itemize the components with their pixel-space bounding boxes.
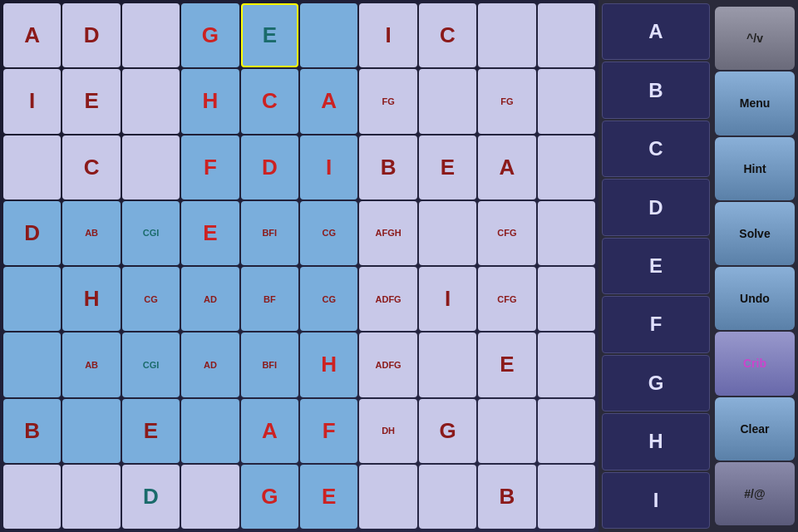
grid-cell[interactable]: BF bbox=[241, 267, 298, 331]
grid-cell[interactable] bbox=[478, 3, 535, 67]
grid-cell[interactable]: C bbox=[241, 69, 298, 133]
grid-cell[interactable]: D bbox=[241, 135, 298, 200]
grid-cell[interactable] bbox=[538, 135, 595, 200]
grid-cell[interactable]: CG bbox=[300, 201, 357, 265]
letter-button-a[interactable]: A bbox=[602, 3, 710, 60]
grid-cell[interactable]: CFG bbox=[478, 267, 535, 331]
crib-button[interactable]: Crib bbox=[715, 332, 795, 395]
grid-cell[interactable]: G bbox=[241, 465, 298, 529]
grid-cell[interactable]: B bbox=[359, 135, 416, 200]
cell-text: A bbox=[262, 418, 278, 444]
menu-button[interactable]: Menu bbox=[715, 71, 795, 135]
grid-cell[interactable]: E bbox=[478, 332, 535, 397]
grid-cell[interactable]: I bbox=[3, 69, 61, 133]
grid-cell[interactable]: H bbox=[181, 69, 239, 133]
grid-cell[interactable]: D bbox=[3, 201, 61, 265]
grid-cell[interactable]: I bbox=[359, 3, 416, 67]
grid-cell[interactable]: G bbox=[181, 3, 239, 67]
grid-cell[interactable] bbox=[538, 465, 595, 529]
grid-cell[interactable]: E bbox=[62, 69, 120, 133]
grid-cell[interactable]: FG bbox=[478, 69, 535, 133]
grid-cell[interactable] bbox=[3, 332, 61, 397]
grid-cell[interactable] bbox=[538, 201, 595, 265]
solve-button[interactable]: Solve bbox=[715, 202, 795, 265]
grid-cell[interactable]: E bbox=[300, 465, 357, 529]
grid-cell[interactable]: AD bbox=[181, 267, 239, 331]
grid-cell[interactable] bbox=[3, 465, 61, 529]
grid-cell[interactable]: AB bbox=[62, 201, 120, 265]
grid-cell[interactable]: C bbox=[62, 135, 120, 200]
grid-cell[interactable] bbox=[538, 332, 595, 397]
grid-cell[interactable]: A bbox=[3, 3, 61, 67]
grid-cell[interactable] bbox=[62, 465, 120, 529]
grid-cell[interactable]: A bbox=[478, 135, 535, 200]
grid-cell[interactable] bbox=[300, 3, 357, 67]
grid-cell[interactable]: A bbox=[241, 399, 298, 463]
grid-cell[interactable]: AB bbox=[62, 332, 120, 397]
letter-button-d[interactable]: D bbox=[602, 179, 710, 235]
grid-cell[interactable]: AFGH bbox=[359, 201, 416, 265]
grid-cell[interactable]: ADFG bbox=[359, 332, 416, 397]
grid-cell[interactable] bbox=[419, 332, 476, 397]
grid-cell[interactable] bbox=[122, 135, 180, 200]
letter-button-i[interactable]: I bbox=[602, 472, 710, 529]
grid-cell[interactable]: CG bbox=[300, 267, 357, 331]
grid-cell[interactable]: BFI bbox=[241, 201, 298, 265]
grid-cell[interactable] bbox=[181, 465, 239, 529]
grid-cell[interactable] bbox=[419, 201, 476, 265]
grid-cell[interactable] bbox=[419, 69, 476, 133]
letter-button-g[interactable]: G bbox=[602, 355, 710, 411]
grid-cell[interactable]: BFI bbox=[241, 332, 298, 397]
letter-button-h[interactable]: H bbox=[602, 413, 710, 470]
letter-button-e[interactable]: E bbox=[602, 238, 710, 294]
grid-cell[interactable]: FG bbox=[359, 69, 416, 133]
hash-button[interactable]: #/@ bbox=[715, 462, 795, 525]
grid-cell[interactable] bbox=[3, 135, 61, 200]
grid-cell[interactable] bbox=[62, 399, 120, 463]
grid-cell[interactable]: H bbox=[300, 332, 357, 397]
up-down-button[interactable]: ^/v bbox=[715, 7, 795, 70]
grid-cell[interactable]: F bbox=[300, 399, 357, 463]
grid-cell[interactable] bbox=[538, 3, 595, 67]
grid-cell[interactable]: I bbox=[300, 135, 357, 200]
grid-cell[interactable]: CG bbox=[122, 267, 180, 331]
grid-cell[interactable]: CGI bbox=[122, 201, 180, 265]
grid-cell[interactable] bbox=[538, 69, 595, 133]
grid-cell[interactable]: E bbox=[122, 399, 180, 463]
grid-cell[interactable] bbox=[359, 465, 416, 529]
grid-cell[interactable]: CGI bbox=[122, 332, 180, 397]
cell-text: E bbox=[84, 88, 98, 114]
grid-cell[interactable]: DH bbox=[359, 399, 416, 463]
letter-button-c[interactable]: C bbox=[602, 121, 710, 177]
grid-cell[interactable]: D bbox=[122, 465, 180, 529]
grid-cell[interactable]: F bbox=[181, 135, 239, 200]
grid-cell[interactable]: I bbox=[419, 267, 476, 331]
grid-cell[interactable] bbox=[538, 399, 595, 463]
grid-cell[interactable] bbox=[3, 267, 61, 331]
grid-cell[interactable]: E bbox=[241, 3, 298, 67]
clear-button[interactable]: Clear bbox=[715, 397, 795, 461]
grid-cell[interactable] bbox=[478, 399, 535, 463]
cell-text: A bbox=[500, 155, 515, 180]
grid-cell[interactable] bbox=[538, 267, 595, 331]
grid-cell[interactable] bbox=[122, 69, 180, 133]
grid-cell[interactable]: B bbox=[3, 399, 61, 463]
grid-cell[interactable]: G bbox=[419, 399, 476, 463]
grid-cell[interactable]: E bbox=[419, 135, 476, 200]
letter-button-f[interactable]: F bbox=[602, 296, 710, 352]
grid-cell[interactable]: ADFG bbox=[359, 267, 416, 331]
grid-cell[interactable]: CFG bbox=[478, 201, 535, 265]
grid-cell[interactable]: D bbox=[62, 3, 120, 67]
grid-cell[interactable]: H bbox=[62, 267, 120, 331]
grid-cell[interactable]: C bbox=[419, 3, 476, 67]
grid-cell[interactable]: A bbox=[300, 69, 357, 133]
grid-cell[interactable]: B bbox=[478, 465, 535, 529]
grid-cell[interactable] bbox=[122, 3, 180, 67]
grid-cell[interactable]: E bbox=[181, 201, 239, 265]
hint-button[interactable]: Hint bbox=[715, 137, 795, 200]
undo-button[interactable]: Undo bbox=[715, 267, 795, 330]
grid-cell[interactable]: AD bbox=[181, 332, 239, 397]
grid-cell[interactable] bbox=[419, 465, 476, 529]
grid-cell[interactable] bbox=[181, 399, 239, 463]
letter-button-b[interactable]: B bbox=[602, 62, 710, 118]
